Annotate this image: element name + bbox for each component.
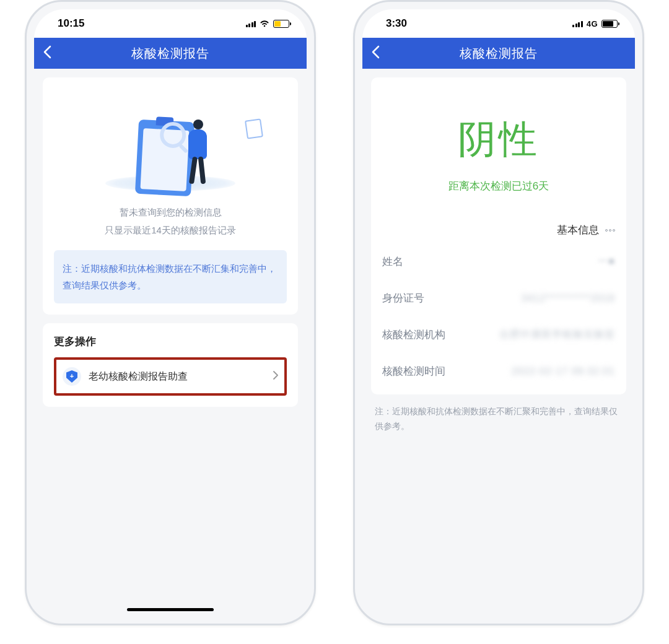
result-subtitle: 距离本次检测已过6天 <box>382 179 615 193</box>
empty-illustration <box>54 92 287 198</box>
back-button[interactable] <box>43 45 51 61</box>
status-right <box>246 20 290 28</box>
row-id: 身份证号 3412**********2018 <box>382 280 615 316</box>
section-title: 基本信息 <box>557 223 599 237</box>
nav-bar: 核酸检测报告 <box>362 38 635 69</box>
network-label: 4G <box>587 19 598 28</box>
phone-right-screen: 3:30 4G 核酸检测报告 阴性 距离本次检测已过6天 基本信息 <box>362 9 635 616</box>
label-org: 核酸检测机构 <box>382 328 445 342</box>
section-header: 基本信息 <box>382 223 615 237</box>
label-time: 核酸检测时间 <box>382 364 445 378</box>
empty-line1: 暂未查询到您的检测信息 <box>54 204 287 222</box>
content-area: 暂未查询到您的检测信息 只显示最近14天的核酸报告记录 注：近期核酸和抗体检测数… <box>34 69 307 616</box>
back-button[interactable] <box>371 45 380 61</box>
label-id: 身份证号 <box>382 291 424 305</box>
battery-icon <box>273 20 289 28</box>
assist-lookup-label: 老幼核酸检测报告助查 <box>89 370 266 383</box>
status-time: 3:30 <box>386 17 407 30</box>
empty-card: 暂未查询到您的检测信息 只显示最近14天的核酸报告记录 注：近期核酸和抗体检测数… <box>43 77 298 315</box>
status-right: 4G <box>572 19 618 28</box>
nav-title: 核酸检测报告 <box>362 45 635 62</box>
phone-left-screen: 10:15 核酸检测报告 <box>34 9 307 616</box>
notice-box: 注：近期核酸和抗体检测数据在不断汇集和完善中，查询结果仅供参考。 <box>54 250 287 303</box>
signal-icon <box>246 20 256 27</box>
phone-left: 10:15 核酸检测报告 <box>25 0 316 625</box>
assist-lookup-row[interactable]: 老幼核酸检测报告助查 <box>54 357 287 396</box>
value-id: 3412**********2018 <box>522 293 615 304</box>
nav-title: 核酸检测报告 <box>34 45 307 62</box>
value-name: 一■ <box>598 255 615 268</box>
visibility-toggle-icon[interactable] <box>605 229 615 232</box>
empty-line2: 只显示最近14天的核酸报告记录 <box>54 222 287 240</box>
nav-bar: 核酸检测报告 <box>34 38 307 69</box>
value-org: 合肥中康医学检验实验室 <box>499 328 615 341</box>
chevron-right-icon <box>273 371 278 382</box>
value-time: 2022-02-17 09:32:01 <box>511 366 615 377</box>
row-org: 核酸检测机构 合肥中康医学检验实验室 <box>382 316 615 353</box>
status-time: 10:15 <box>58 17 84 30</box>
more-title: 更多操作 <box>54 334 287 349</box>
result-status: 阴性 <box>382 113 615 165</box>
battery-icon <box>601 20 618 28</box>
content-area: 阴性 距离本次检测已过6天 基本信息 姓名 一■ 身份证号 3412******… <box>362 69 635 616</box>
status-bar: 3:30 4G <box>362 9 635 38</box>
wifi-icon <box>260 20 269 27</box>
signal-icon <box>572 20 583 27</box>
shield-icon <box>66 370 77 383</box>
chevron-left-icon <box>371 45 380 59</box>
shield-icon-wrap <box>63 367 81 386</box>
label-name: 姓名 <box>382 255 403 269</box>
chevron-left-icon <box>43 45 51 59</box>
status-bar: 10:15 <box>34 9 307 38</box>
empty-text: 暂未查询到您的检测信息 只显示最近14天的核酸报告记录 <box>54 204 287 239</box>
row-time: 核酸检测时间 2022-02-17 09:32:01 <box>382 353 615 389</box>
result-card: 阴性 距离本次检测已过6天 基本信息 姓名 一■ 身份证号 3412******… <box>371 77 626 394</box>
more-card: 更多操作 老幼核酸检测报告助查 <box>43 323 298 407</box>
phone-right: 3:30 4G 核酸检测报告 阴性 距离本次检测已过6天 基本信息 <box>353 0 644 625</box>
row-name: 姓名 一■ <box>382 243 615 280</box>
footnote: 注：近期核酸和抗体检测数据在不断汇聚和完善中，查询结果仅供参考。 <box>371 402 626 437</box>
home-indicator[interactable] <box>127 608 214 611</box>
